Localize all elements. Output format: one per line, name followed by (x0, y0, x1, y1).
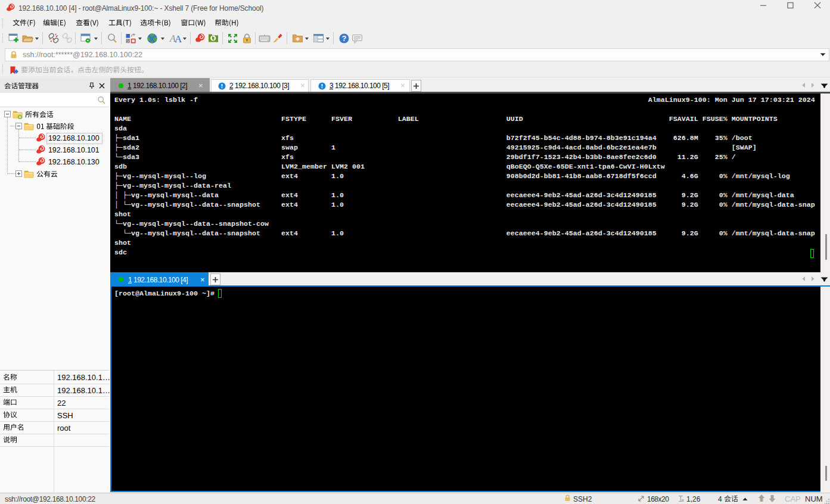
svg-text:?: ? (342, 35, 347, 43)
svg-text:A: A (175, 33, 182, 44)
